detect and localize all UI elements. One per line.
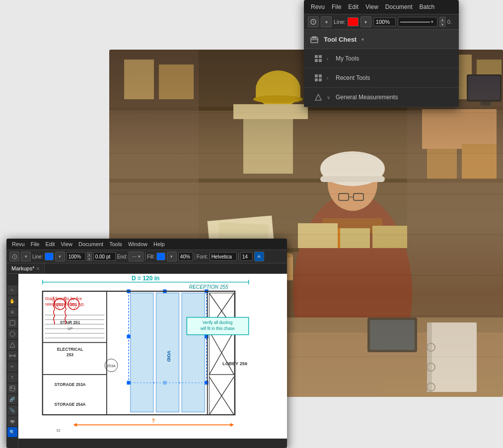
- lt-stamp[interactable]: [7, 340, 17, 350]
- mt-spinner-down[interactable]: ▼: [87, 256, 92, 261]
- svg-rect-116: [182, 293, 205, 412]
- recent-tools-label: Recent Tools: [336, 74, 370, 81]
- my-tools-label: My Tools: [336, 55, 359, 62]
- tool-chest-title: Tool Chest: [324, 36, 357, 43]
- svg-text:D = 120 in: D = 120 in: [132, 275, 159, 282]
- lt-highlight[interactable]: [7, 416, 17, 426]
- menu-revu[interactable]: Revu: [308, 2, 328, 12]
- svg-rect-55: [315, 74, 318, 77]
- mt-divider2: [195, 253, 195, 260]
- mt-fill-percent[interactable]: [178, 252, 193, 261]
- markups-tab-close[interactable]: ×: [36, 266, 39, 271]
- menu-batch[interactable]: Batch: [417, 2, 438, 12]
- svg-text:253: 253: [67, 352, 73, 357]
- markups-tab[interactable]: Markups* ×: [6, 263, 45, 273]
- my-tools-sidebar-icon: [313, 53, 324, 64]
- lt-measure[interactable]: [7, 351, 17, 361]
- menu-edit[interactable]: Edit: [345, 2, 361, 12]
- lt-image[interactable]: [7, 384, 17, 393]
- svg-rect-58: [319, 78, 322, 81]
- spinner-down[interactable]: ▼: [439, 22, 445, 27]
- mt-text-icon[interactable]: A: [254, 252, 264, 261]
- svg-rect-45: [468, 76, 500, 100]
- main-menu-tools[interactable]: Tools: [107, 240, 125, 249]
- lt-text[interactable]: T: [7, 373, 17, 383]
- tool-icon[interactable]: [308, 16, 319, 27]
- svg-marker-59: [315, 94, 321, 100]
- mt-fill-color[interactable]: [156, 253, 165, 260]
- dropdown-icon-2[interactable]: ▾: [360, 16, 371, 27]
- main-menu-window[interactable]: Window: [126, 240, 150, 249]
- svg-text:?: ?: [152, 418, 155, 424]
- menu-view[interactable]: View: [362, 2, 381, 12]
- main-menu-edit[interactable]: Edit: [43, 240, 57, 249]
- svg-rect-21: [427, 322, 477, 392]
- line-style-selector[interactable]: ▾: [398, 17, 437, 27]
- menu-document[interactable]: Document: [382, 2, 416, 12]
- main-window: Revu File Edit View Document Tools Windo…: [6, 239, 287, 448]
- menu-file[interactable]: File: [329, 2, 344, 12]
- blueprint-svg: D = 120 in RECEPTION 255: [18, 274, 287, 439]
- recent-tools-item[interactable]: › Recent Tools: [304, 68, 459, 88]
- lt-hand[interactable]: ✋: [7, 296, 17, 306]
- svg-rect-31: [340, 228, 370, 248]
- mt-font-value[interactable]: [210, 252, 237, 261]
- mt-end-select[interactable]: — ▾: [129, 252, 144, 261]
- lt-pen[interactable]: ✏: [7, 362, 17, 372]
- mt-color-dropdown[interactable]: ▾: [55, 252, 65, 261]
- lt-attach[interactable]: 📎: [7, 405, 17, 415]
- mt-tool-icon[interactable]: [9, 252, 19, 261]
- mt-end-label: End:: [117, 254, 128, 259]
- main-left-toolbar: ↖ ✋ ⊕ ✏ T 🔗 📎 🔍: [6, 283, 18, 448]
- lt-cursor[interactable]: ↖: [7, 285, 17, 295]
- svg-rect-46: [481, 102, 491, 106]
- spinner-up[interactable]: ▲: [439, 17, 445, 22]
- svg-rect-39: [159, 64, 194, 99]
- svg-rect-43: [243, 119, 293, 174]
- main-menu-document[interactable]: Document: [76, 240, 106, 249]
- svg-rect-22: [427, 322, 432, 392]
- mt-spinner-up[interactable]: ▲: [87, 252, 92, 256]
- svg-rect-56: [319, 74, 322, 77]
- my-tools-item[interactable]: › My Tools: [304, 49, 459, 68]
- lt-link[interactable]: 🔗: [7, 394, 17, 404]
- mt-dropdown[interactable]: ▾: [21, 252, 31, 261]
- line-label: Line:: [334, 19, 346, 25]
- main-menu-help[interactable]: Help: [151, 240, 167, 249]
- mt-font-size[interactable]: [240, 252, 253, 261]
- main-menu-file[interactable]: File: [28, 240, 42, 249]
- mt-line-value[interactable]: [93, 252, 116, 261]
- svg-text:STORAGE  254A: STORAGE 254A: [55, 402, 86, 407]
- svg-marker-70: [11, 422, 13, 424]
- svg-rect-84: [127, 335, 130, 338]
- svg-text:will fit in this chase: will fit in this chase: [200, 326, 235, 331]
- tool-chest-header[interactable]: Tool Chest ▾: [304, 30, 459, 49]
- mt-percentage-input[interactable]: [67, 252, 85, 261]
- lt-search[interactable]: 🔍: [7, 427, 17, 437]
- line-color-swatch[interactable]: [348, 17, 359, 26]
- lt-markup2[interactable]: [7, 329, 17, 339]
- svg-rect-51: [315, 55, 318, 58]
- svg-rect-35: [422, 109, 497, 149]
- lt-zoom[interactable]: ⊕: [7, 307, 17, 317]
- svg-rect-52: [319, 55, 322, 58]
- svg-point-9: [253, 95, 303, 103]
- svg-rect-32: [372, 226, 407, 248]
- svg-text:32: 32: [56, 428, 60, 433]
- svg-rect-53: [315, 59, 318, 62]
- general-measurements-item[interactable]: ∨ General Measurements: [304, 88, 459, 107]
- mt-color-swatch[interactable]: [45, 253, 54, 260]
- svg-rect-27: [370, 320, 415, 350]
- svg-text:Stair doors to be fire: Stair doors to be fire: [45, 296, 82, 301]
- svg-text:STORAGE  253A: STORAGE 253A: [55, 382, 86, 387]
- mt-divider: [145, 253, 145, 260]
- tool-chest-chevron[interactable]: ▾: [361, 37, 364, 42]
- lt-markup1[interactable]: [7, 318, 17, 328]
- main-menu-revu[interactable]: Revu: [9, 240, 27, 249]
- svg-text:LOBBY  256: LOBBY 256: [222, 361, 247, 366]
- mt-fill-dropdown[interactable]: ▾: [167, 252, 177, 261]
- percentage-input[interactable]: [373, 17, 396, 26]
- dropdown-icon[interactable]: ▾: [321, 16, 332, 27]
- main-menu-view[interactable]: View: [58, 240, 75, 249]
- svg-rect-80: [127, 381, 130, 384]
